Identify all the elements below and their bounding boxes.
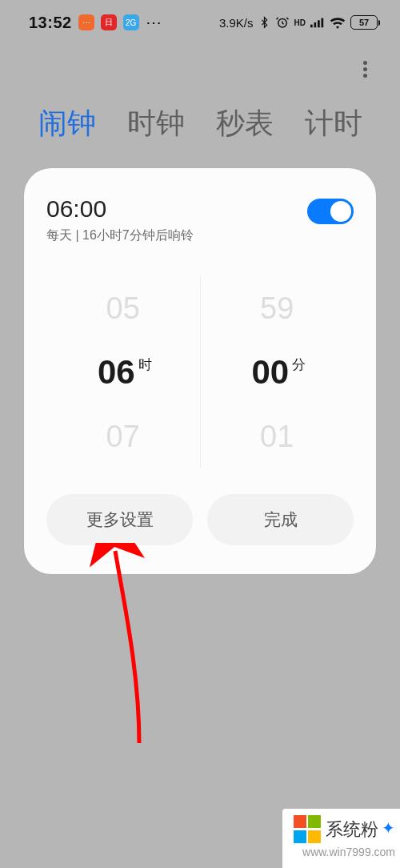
minute-prev: 59 bbox=[201, 276, 354, 340]
status-right: 3.9K/s HD 57 bbox=[219, 15, 378, 30]
svg-rect-3 bbox=[318, 20, 320, 27]
svg-rect-2 bbox=[314, 22, 317, 27]
status-more-icon: ⋯ bbox=[146, 19, 162, 26]
svg-rect-4 bbox=[322, 18, 324, 28]
hour-next: 07 bbox=[46, 404, 200, 468]
tab-stopwatch[interactable]: 秒表 bbox=[216, 104, 274, 143]
status-notification-icon: 日 bbox=[101, 14, 117, 30]
alarm-time-label: 06:00 bbox=[46, 195, 194, 223]
status-netspeed: 3.9K/s bbox=[219, 16, 254, 30]
tab-timer[interactable]: 计时 bbox=[305, 104, 362, 143]
time-picker[interactable]: 05 06时 07 59 00分 01 bbox=[46, 276, 354, 468]
watermark-url: www.win7999.com bbox=[290, 846, 395, 858]
alarm-icon bbox=[275, 15, 290, 30]
battery-icon: 57 bbox=[350, 15, 378, 30]
alarm-edit-card: 06:00 每天 | 16小时7分钟后响铃 05 06时 07 59 00分 0… bbox=[24, 168, 376, 574]
watermark: 系统粉 ✦ www.win7999.com bbox=[282, 809, 400, 868]
status-notification-icon: 2G bbox=[123, 14, 139, 30]
minute-current: 00分 bbox=[201, 340, 354, 404]
alarm-subtitle: 每天 | 16小时7分钟后响铃 bbox=[46, 227, 194, 244]
watermark-star-icon: ✦ bbox=[382, 818, 395, 838]
more-menu-button[interactable] bbox=[354, 58, 376, 80]
alarm-enable-toggle[interactable] bbox=[307, 199, 354, 224]
status-left: 13:52 ⋯ 日 2G ⋯ bbox=[29, 14, 162, 32]
screen-root: 13:52 ⋯ 日 2G ⋯ 3.9K/s HD 57 闹钟 时钟 秒表 计时 bbox=[0, 0, 400, 868]
status-hd-icon: HD bbox=[294, 18, 306, 27]
more-settings-button[interactable]: 更多设置 bbox=[46, 494, 193, 545]
annotation-arrow-icon bbox=[75, 543, 171, 751]
watermark-title: 系统粉 bbox=[326, 818, 378, 842]
bluetooth-icon bbox=[258, 16, 270, 29]
minute-picker[interactable]: 59 00分 01 bbox=[200, 276, 354, 468]
status-notification-icon: ⋯ bbox=[78, 14, 94, 30]
hour-prev: 05 bbox=[46, 276, 200, 340]
wifi-icon bbox=[330, 17, 346, 29]
signal-icon bbox=[310, 17, 325, 28]
status-bar: 13:52 ⋯ 日 2G ⋯ 3.9K/s HD 57 bbox=[0, 0, 400, 45]
tab-alarm[interactable]: 闹钟 bbox=[38, 104, 96, 143]
minute-next: 01 bbox=[201, 404, 354, 468]
hour-picker[interactable]: 05 06时 07 bbox=[46, 276, 200, 468]
tab-clock[interactable]: 时钟 bbox=[127, 104, 185, 143]
hour-current: 06时 bbox=[46, 340, 200, 404]
status-time: 13:52 bbox=[29, 14, 72, 32]
watermark-logo-icon bbox=[294, 815, 322, 844]
done-button[interactable]: 完成 bbox=[207, 494, 354, 545]
svg-rect-1 bbox=[310, 25, 313, 28]
clock-tabs: 闹钟 时钟 秒表 计时 bbox=[0, 104, 400, 143]
